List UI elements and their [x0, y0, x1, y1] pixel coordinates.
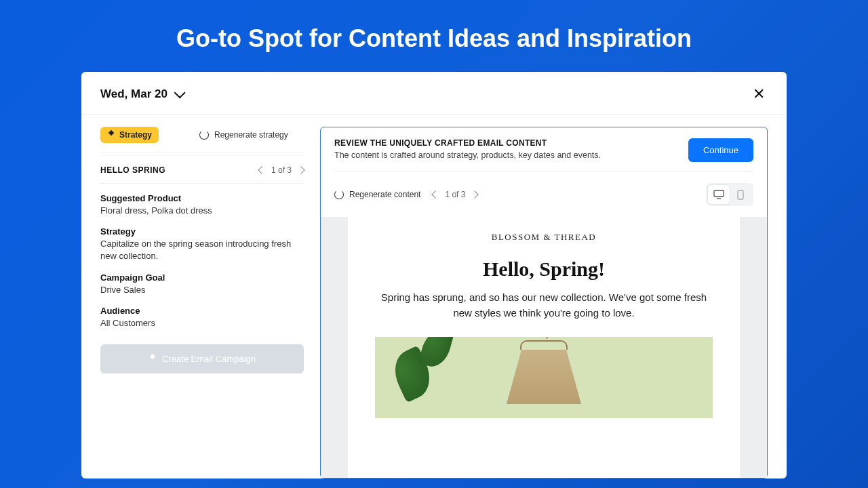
date-picker[interactable]: Wed, Mar 20: [100, 87, 182, 101]
strategy-pager: 1 of 3: [259, 165, 304, 175]
audience-value: All Customers: [100, 317, 304, 329]
product-value: Floral dress, Polka dot dress: [100, 205, 304, 217]
refresh-icon: [334, 190, 344, 199]
strategy-label: Strategy: [100, 226, 304, 237]
panel-body: Strategy Regenerate strategy HELLO SPRIN…: [81, 115, 787, 479]
strategy-chip[interactable]: Strategy: [100, 127, 159, 143]
content-pager-next[interactable]: [471, 190, 479, 198]
desktop-icon: [713, 190, 724, 199]
review-subtitle: The content is crafted around strategy, …: [334, 150, 601, 160]
goal-label: Campaign Goal: [100, 272, 304, 283]
audience-label: Audience: [100, 306, 304, 316]
refresh-icon: [199, 130, 209, 140]
pager-next[interactable]: [297, 166, 304, 174]
mobile-icon: [737, 190, 744, 200]
content-pager: 1 of 3: [433, 190, 477, 199]
view-toggle: [706, 183, 753, 206]
create-campaign-label: Create Email Campaign: [162, 354, 256, 364]
review-title: REVIEW THE UNIQUELY CRAFTED EMAIL CONTEN…: [334, 138, 601, 148]
main-panel: Wed, Mar 20 ✕ Strategy Regenerate strate…: [81, 72, 787, 479]
content-pager-text: 1 of 3: [445, 190, 465, 199]
regenerate-strategy-button[interactable]: Regenerate strategy: [199, 130, 288, 140]
svg-rect-0: [714, 190, 724, 197]
campaign-title: HELLO SPRING: [100, 165, 165, 175]
svg-rect-2: [738, 190, 743, 199]
close-button[interactable]: ✕: [750, 84, 768, 104]
date-label: Wed, Mar 20: [100, 87, 167, 101]
strategy-value: Capitalize on the spring season introduc…: [100, 238, 304, 262]
desktop-view-button[interactable]: [708, 185, 730, 204]
strategy-chip-label: Strategy: [119, 130, 152, 140]
sparkle-icon: [149, 354, 157, 363]
chevron-down-icon: [174, 87, 186, 98]
pager-prev[interactable]: [258, 166, 265, 174]
email-brand: BLOSSOM & THREAD: [375, 232, 713, 243]
mobile-view-button[interactable]: [730, 185, 751, 204]
content-review-panel: REVIEW THE UNIQUELY CRAFTED EMAIL CONTEN…: [320, 127, 768, 479]
hero-title: Go-to Spot for Content Ideas and Inspira…: [0, 0, 868, 72]
email-hero-image: [375, 337, 713, 418]
garment-on-hanger: [503, 340, 585, 415]
email-body-text: Spring has sprung, and so has our new co…: [375, 290, 713, 321]
product-label: Suggested Product: [100, 193, 304, 203]
regenerate-content-button[interactable]: Regenerate content: [334, 190, 420, 199]
goal-value: Drive Sales: [100, 284, 304, 296]
email-preview: BLOSSOM & THREAD Hello, Spring! Spring h…: [321, 217, 767, 478]
close-icon: ✕: [753, 85, 765, 102]
sparkle-icon: [107, 131, 115, 139]
content-pager-prev[interactable]: [432, 190, 439, 198]
continue-button[interactable]: Continue: [688, 138, 753, 162]
pager-text: 1 of 3: [271, 165, 292, 175]
email-heading: Hello, Spring!: [375, 258, 713, 281]
strategy-sidebar: Strategy Regenerate strategy HELLO SPRIN…: [100, 127, 304, 479]
regenerate-content-label: Regenerate content: [349, 190, 420, 199]
panel-header: Wed, Mar 20 ✕: [81, 72, 787, 115]
regenerate-strategy-label: Regenerate strategy: [214, 130, 288, 140]
create-campaign-button[interactable]: Create Email Campaign: [100, 344, 304, 373]
